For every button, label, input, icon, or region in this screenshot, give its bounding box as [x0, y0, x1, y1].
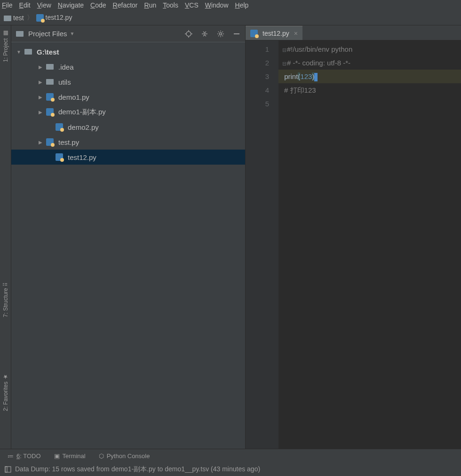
close-icon[interactable]: × — [294, 30, 298, 37]
breadcrumb: test 〉 test12.py — [0, 10, 461, 25]
chevron-right-icon: 〉 — [27, 14, 33, 22]
tool-todo[interactable]: ≔6: TODO — [8, 452, 41, 460]
folder-icon — [16, 31, 24, 37]
tree-item[interactable]: ▶demo1-副本.py — [11, 104, 245, 119]
sidebar-tab-structure[interactable]: 7: Structure ⠿ — [2, 282, 9, 317]
breadcrumb-root[interactable]: test — [4, 14, 24, 22]
chevron-right-icon: ▶ — [38, 140, 43, 145]
python-file-icon — [46, 138, 54, 146]
tree-root[interactable]: ▼ G:\test — [11, 44, 245, 59]
menu-vcs[interactable]: VCS — [185, 1, 199, 9]
menu-tools[interactable]: Tools — [163, 1, 178, 9]
tool-terminal[interactable]: ▣Terminal — [54, 452, 86, 460]
ide-icon — [5, 466, 11, 473]
locate-icon[interactable] — [185, 30, 192, 38]
hide-icon[interactable] — [233, 30, 240, 38]
folder-icon — [4, 16, 11, 21]
terminal-icon: ▣ — [54, 452, 60, 460]
folder-icon — [24, 49, 32, 55]
menu-help[interactable]: Help — [235, 1, 249, 9]
menu-edit[interactable]: Edit — [19, 1, 31, 9]
menu-bar: FileEditViewNavigateCodeRefactorRunTools… — [0, 0, 461, 10]
menu-view[interactable]: View — [37, 1, 51, 9]
tree-item[interactable]: demo2.py — [11, 119, 245, 135]
status-text: Data Dump: 15 rows saved from demo1-副本.p… — [15, 465, 260, 474]
chevron-right-icon: ▶ — [38, 95, 43, 100]
menu-run[interactable]: Run — [144, 1, 157, 9]
gear-icon[interactable] — [217, 30, 224, 38]
chevron-down-icon: ▼ — [70, 31, 75, 36]
python-file-icon — [46, 108, 54, 116]
svg-point-6 — [220, 32, 222, 35]
menu-refactor[interactable]: Refactor — [113, 1, 138, 9]
tree-item[interactable]: ▶.idea — [11, 59, 245, 74]
project-panel-header: Project Files ▼ — [11, 25, 245, 42]
code-content[interactable]: ⊟#!/usr/bin/env python⊟# -*- coding: utf… — [278, 40, 461, 449]
project-panel: Project Files ▼ ▼ G:\test ▶.idea▶utils▶d… — [11, 25, 246, 449]
python-file-icon — [56, 123, 63, 131]
tree-item[interactable]: ▶demo1.py — [11, 89, 245, 104]
project-panel-title[interactable]: Project Files ▼ — [16, 30, 185, 38]
tree-item[interactable]: ▶test.py — [11, 135, 245, 150]
editor: test12.py × 12345 ⊟#!/usr/bin/env python… — [246, 25, 461, 449]
project-tree: ▼ G:\test ▶.idea▶utils▶demo1.py▶demo1-副本… — [11, 42, 245, 449]
chevron-right-icon: ▶ — [38, 64, 43, 70]
code-area[interactable]: 12345 ⊟#!/usr/bin/env python⊟# -*- codin… — [246, 40, 461, 449]
sidebar-tab-favorites[interactable]: 2: Favorites ★ — [2, 373, 9, 411]
menu-window[interactable]: Window — [205, 1, 229, 9]
python-file-icon — [36, 14, 44, 22]
menu-navigate[interactable]: Navigate — [58, 1, 84, 9]
python-file-icon — [250, 30, 258, 37]
left-tool-gutter: 1: Project ▦ 7: Structure ⠿ 2: Favorites… — [0, 25, 11, 449]
tool-python-console[interactable]: ⬡Python Console — [99, 452, 150, 460]
python-icon: ⬡ — [99, 452, 104, 460]
tree-item[interactable]: test12.py — [11, 150, 245, 165]
sidebar-tab-project[interactable]: 1: Project ▦ — [2, 30, 9, 62]
editor-tab[interactable]: test12.py × — [246, 26, 302, 40]
folder-icon — [46, 64, 54, 70]
breadcrumb-file[interactable]: test12.py — [36, 14, 72, 22]
svg-point-0 — [186, 32, 191, 36]
tree-item[interactable]: ▶utils — [11, 74, 245, 89]
bottom-toolbar: ≔6: TODO ▣Terminal ⬡Python Console — [0, 449, 461, 463]
status-bar: Data Dump: 15 rows saved from demo1-副本.p… — [0, 463, 461, 476]
editor-tabbar: test12.py × — [246, 25, 461, 40]
python-file-icon — [46, 93, 54, 101]
chevron-right-icon: ▶ — [38, 79, 43, 85]
collapse-icon[interactable] — [201, 30, 208, 38]
python-file-icon — [56, 153, 63, 161]
svg-rect-8 — [5, 467, 11, 472]
line-gutter: 12345 — [246, 40, 278, 449]
chevron-right-icon: ▶ — [38, 110, 43, 115]
folder-icon — [46, 79, 54, 85]
menu-file[interactable]: File — [2, 1, 13, 9]
svg-rect-9 — [5, 467, 7, 472]
chevron-down-icon: ▼ — [16, 49, 22, 55]
list-icon: ≔ — [8, 452, 14, 460]
menu-code[interactable]: Code — [90, 1, 106, 9]
